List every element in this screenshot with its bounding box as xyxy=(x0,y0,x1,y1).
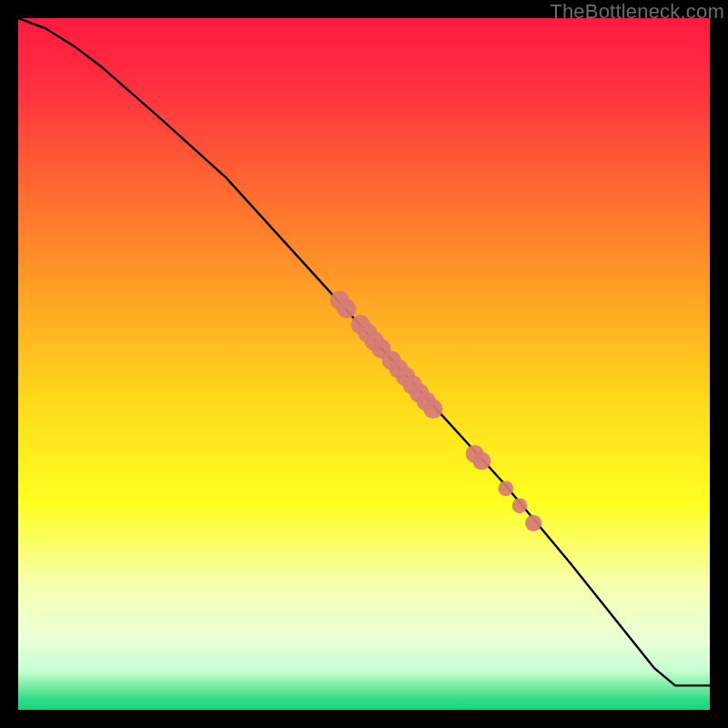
chart-svg xyxy=(18,18,710,710)
watermark-label: TheBottleneck.com xyxy=(550,0,724,24)
data-point xyxy=(423,399,442,419)
data-point xyxy=(498,480,513,496)
data-point xyxy=(525,515,541,531)
data-point xyxy=(472,452,490,470)
plot-area xyxy=(18,18,710,710)
data-point xyxy=(512,498,528,513)
data-point xyxy=(337,299,356,318)
chart-stage: TheBottleneck.com xyxy=(0,0,728,728)
